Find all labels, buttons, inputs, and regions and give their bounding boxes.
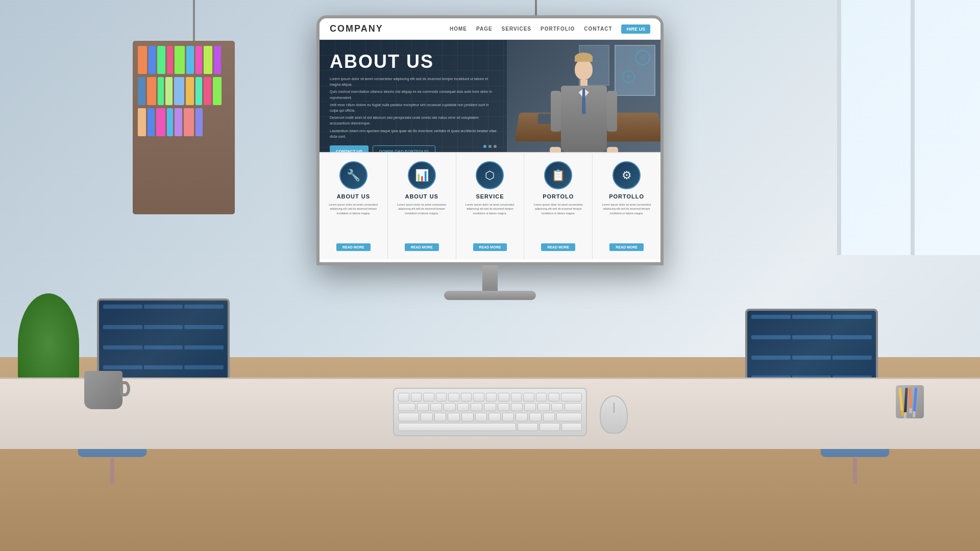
service-icon-4: 📋 [544, 161, 572, 189]
dot-2[interactable] [488, 145, 492, 148]
nav-cta-button[interactable]: HIRE US [621, 24, 650, 34]
keyboard[interactable] [393, 388, 587, 436]
hero-desc-5: Laudantium totam rem aperiam eaque ipsa … [330, 128, 497, 139]
hero-person [553, 50, 615, 152]
monitor-base [444, 291, 536, 300]
website: COMPANY HOME PAGE SERVICES PORTFOLIO CON… [320, 18, 660, 262]
floating-icon-1: ⊙ [635, 50, 650, 65]
hero-left-panel: ABOUT US Lorem ipsum dolor sit amet cons… [320, 40, 507, 152]
service-title-4: PORTOLO [543, 193, 574, 199]
service-item-1: 🔧 ABOUT US Lorem ipsum dolor sit amet co… [320, 153, 388, 259]
service-desc-1: Lorem ipsum dolor sit amet consectetur a… [326, 203, 381, 239]
service-item-3: ⬡ SERVICE Lorem ipsum dolor sit amet con… [456, 153, 525, 259]
nav-link-portfolio[interactable]: PORTFOLIO [541, 26, 575, 32]
hero-desc-4: Deserunt mollit anim id est laborum sed … [330, 115, 497, 126]
service-icon-1: 🔧 [339, 161, 368, 189]
carousel-dots [483, 145, 497, 148]
pencil-cup [896, 385, 924, 421]
service-icon-3: ⬡ [476, 161, 504, 189]
nav-link-page[interactable]: PAGE [476, 26, 493, 32]
service-item-4: 📋 PORTOLO Lorem ipsum dolor sit amet con… [524, 153, 593, 259]
nav-link-services[interactable]: SERVICES [502, 26, 531, 32]
hero-desc-1: Lorem ipsum dolor sit amet consectetur a… [330, 76, 497, 87]
mouse[interactable] [600, 395, 628, 434]
service-icon-symbol-4: 📋 [551, 169, 565, 182]
nav-logo: COMPANY [330, 23, 383, 34]
hero-desc-3: Velit esse cillum dolore eu fugiat nulla… [330, 102, 497, 113]
nav-bar: COMPANY HOME PAGE SERVICES PORTFOLIO CON… [320, 18, 660, 40]
service-icon-symbol-2: 📊 [415, 169, 429, 182]
service-icon-symbol-5: ⚙ [622, 169, 632, 182]
service-desc-3: Lorem ipsum dolor sit amet consectetur a… [462, 203, 518, 239]
service-btn-2[interactable]: READ MORE [405, 243, 439, 251]
dot-1[interactable] [483, 145, 486, 148]
service-btn-4[interactable]: READ MORE [541, 243, 575, 251]
nav-link-contact[interactable]: CONTACT [584, 26, 612, 32]
hero-desc-2: Quis nostrud exercitation ullamco labori… [330, 89, 497, 100]
bg-window-1 [615, 45, 655, 96]
service-title-5: PORTOLLO [609, 193, 644, 199]
hero-title: ABOUT US [330, 53, 497, 71]
service-icon-symbol-3: ⬡ [485, 169, 495, 182]
service-desc-2: Lorem ipsum dolor sit amet consectetur a… [394, 203, 450, 239]
service-btn-1[interactable]: READ MORE [336, 243, 371, 251]
service-btn-5[interactable]: READ MORE [609, 243, 644, 251]
bookshelf [133, 41, 235, 214]
coffee-mug [84, 371, 122, 414]
service-item-2: 📊 ABOUT US Lorem ipsum dolor sit amet co… [388, 153, 456, 259]
service-title-1: ABOUT US [337, 193, 370, 199]
dot-3[interactable] [494, 145, 497, 148]
service-desc-5: Lorem ipsum dolor sit amet consectetur a… [599, 203, 654, 239]
services-section: 🔧 ABOUT US Lorem ipsum dolor sit amet co… [320, 152, 660, 259]
service-btn-3[interactable]: READ MORE [473, 243, 507, 251]
window [837, 0, 980, 255]
hero-buttons: CONTACT US DOWNLOAD PORTFOLIO [330, 145, 497, 152]
nav-link-home[interactable]: HOME [450, 26, 467, 32]
hero-section: ABOUT US Lorem ipsum dolor sit amet cons… [320, 40, 660, 152]
nav-links: HOME PAGE SERVICES PORTFOLIO CONTACT HIR… [450, 24, 650, 34]
service-title-3: SERVICE [476, 193, 504, 199]
contact-us-button[interactable]: CONTACT US [330, 145, 369, 152]
hero-description: Lorem ipsum dolor sit amet consectetur a… [330, 76, 497, 139]
service-desc-4: Lorem ipsum dolor sit amet consectetur a… [530, 203, 586, 239]
service-item-5: ⚙ PORTOLLO Lorem ipsum dolor sit amet co… [593, 153, 660, 259]
service-icon-2: 📊 [408, 161, 436, 189]
main-monitor: COMPANY HOME PAGE SERVICES PORTFOLIO CON… [316, 15, 664, 300]
monitor-stand [482, 265, 498, 291]
floating-icon-2: ✦ [622, 70, 635, 83]
hero-right-panel: ⊙ ✦ [507, 40, 660, 152]
service-title-2: ABOUT US [405, 193, 438, 199]
service-icon-5: ⚙ [612, 161, 641, 189]
service-icon-symbol-1: 🔧 [347, 169, 360, 182]
download-portfolio-button[interactable]: DOWNLOAD PORTFOLIO [373, 145, 435, 152]
